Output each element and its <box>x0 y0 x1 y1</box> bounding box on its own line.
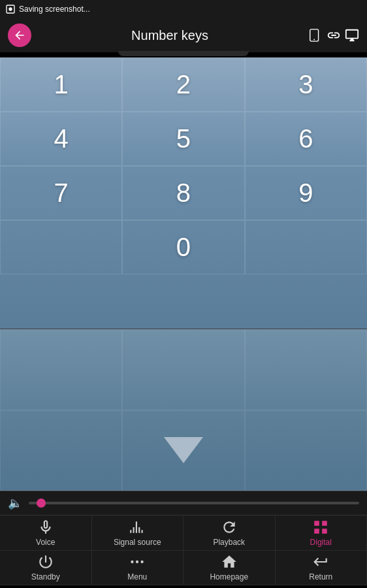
dpad-center-top[interactable] <box>122 329 244 410</box>
volume-slider-area: 🔈 <box>0 491 367 515</box>
key-8[interactable]: 8 <box>122 166 244 220</box>
status-text: Saving screenshot... <box>19 5 90 14</box>
monitor-icon <box>345 28 359 42</box>
title-icons <box>308 28 359 42</box>
key-5[interactable]: 5 <box>122 112 244 166</box>
nav-return-label: Return <box>309 572 332 581</box>
nav-playback-label: Playback <box>213 538 245 547</box>
dpad-area <box>0 329 367 491</box>
key-7[interactable]: 7 <box>0 166 122 220</box>
return-icon <box>312 553 329 570</box>
dpad-right-bottom[interactable] <box>245 410 367 491</box>
svg-point-6 <box>141 561 144 563</box>
device-indicator <box>118 51 249 56</box>
menu-dots-icon <box>129 553 146 570</box>
bottom-nav: Voice Signal source Playback Digital Sta… <box>0 515 367 585</box>
status-bar: Saving screenshot... <box>0 0 367 18</box>
back-button[interactable] <box>8 24 31 47</box>
nav-digital[interactable]: Digital <box>276 515 368 551</box>
title-bar: Number keys <box>0 18 367 52</box>
nav-signal-label: Signal source <box>114 538 161 547</box>
nav-menu-label: Menu <box>127 572 147 581</box>
svg-point-1 <box>8 7 12 10</box>
mic-icon <box>37 519 54 536</box>
nav-homepage-label: Homepage <box>210 572 248 581</box>
refresh-icon <box>221 519 238 536</box>
nav-digital-label: Digital <box>310 538 332 547</box>
grid-icon <box>312 519 329 536</box>
numpad-area: 1 2 3 4 5 6 7 8 9 0 <box>0 57 367 329</box>
key-0[interactable]: 0 <box>122 220 244 274</box>
dpad-down-button[interactable] <box>122 410 244 491</box>
nav-homepage[interactable]: Homepage <box>184 551 276 586</box>
svg-point-4 <box>131 561 134 563</box>
home-icon <box>221 553 238 570</box>
volume-thumb[interactable] <box>37 498 46 508</box>
key-6[interactable]: 6 <box>245 112 367 166</box>
page-title: Number keys <box>31 28 308 43</box>
key-empty-right <box>245 220 367 274</box>
nav-return[interactable]: Return <box>276 551 368 586</box>
nav-signal[interactable]: Signal source <box>92 515 184 551</box>
dpad-left-bottom[interactable] <box>0 410 122 491</box>
link-icon <box>327 28 341 42</box>
screenshot-icon <box>5 4 16 14</box>
signal-icon <box>129 519 146 536</box>
tablet-icon <box>308 28 323 42</box>
nav-voice[interactable]: Voice <box>0 515 92 551</box>
dpad-left-top[interactable] <box>0 329 122 410</box>
nav-standby-label: Standby <box>31 572 60 581</box>
svg-point-3 <box>313 39 315 41</box>
key-9[interactable]: 9 <box>245 166 367 220</box>
volume-low-icon: 🔈 <box>8 496 22 510</box>
key-empty-left <box>0 220 122 274</box>
svg-point-5 <box>136 561 138 563</box>
down-arrow-icon <box>164 437 203 463</box>
nav-standby[interactable]: Standby <box>0 551 92 586</box>
key-4[interactable]: 4 <box>0 112 122 166</box>
nav-menu[interactable]: Menu <box>92 551 184 586</box>
key-1[interactable]: 1 <box>0 57 122 112</box>
nav-playback[interactable]: Playback <box>184 515 276 551</box>
dpad-right-top[interactable] <box>245 329 367 410</box>
key-2[interactable]: 2 <box>122 57 244 112</box>
power-icon <box>37 553 54 570</box>
android-nav-bar <box>0 585 367 588</box>
nav-voice-label: Voice <box>36 538 55 547</box>
volume-track[interactable] <box>29 502 359 504</box>
key-3[interactable]: 3 <box>245 57 367 112</box>
